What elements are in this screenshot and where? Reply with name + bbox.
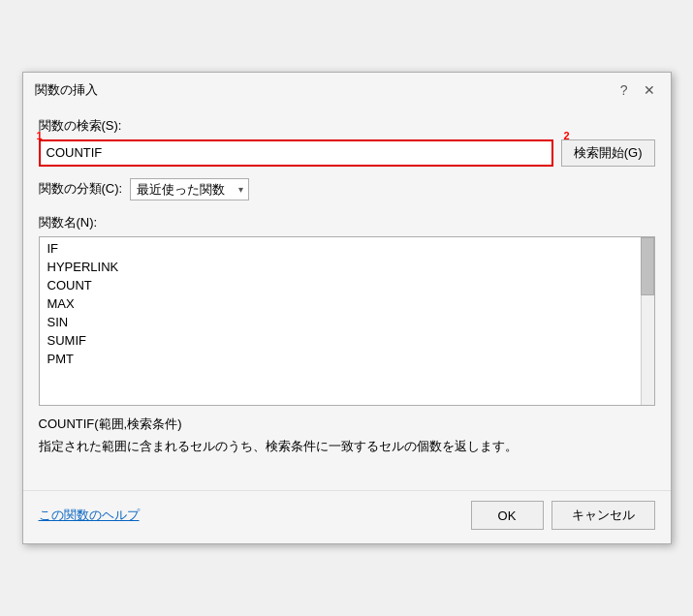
list-item[interactable]: MAX	[40, 294, 654, 313]
function-name-label: 関数名(N):	[39, 214, 655, 231]
dialog-body: 関数の検索(S): 1 2 検索開始(G) 関数の分類(C): 最近使った関数 …	[23, 106, 671, 491]
dialog-title: 関数の挿入	[35, 81, 98, 99]
badge-2: 2	[563, 130, 569, 141]
title-bar: 関数の挿入 ? ✕	[23, 73, 671, 106]
category-select[interactable]: 最近使った関数 すべて表示 財務 日付/時刻 数学/三角 統計 検索/行列 デー…	[130, 178, 249, 200]
list-item[interactable]: COUNT	[40, 276, 654, 294]
function-list: IF HYPERLINK COUNT MAX SIN SUMIF PMT	[40, 237, 654, 370]
badge-1: 1	[37, 130, 43, 141]
footer-buttons: OK キャンセル	[471, 501, 655, 530]
cancel-button[interactable]: キャンセル	[551, 501, 655, 530]
title-bar-buttons: ? ✕	[616, 80, 659, 100]
search-input[interactable]	[39, 139, 553, 167]
search-label: 関数の検索(S):	[39, 117, 655, 135]
help-title-icon[interactable]: ?	[616, 80, 632, 100]
search-button[interactable]: 検索開始(G)	[561, 139, 655, 167]
scrollbar[interactable]	[641, 237, 654, 405]
category-label: 関数の分類(C):	[39, 180, 123, 198]
category-row: 関数の分類(C): 最近使った関数 すべて表示 財務 日付/時刻 数学/三角 統…	[39, 178, 655, 200]
function-description: 指定された範囲に含まれるセルのうち、検索条件に一致するセルの個数を返します。	[39, 437, 655, 456]
list-item[interactable]: IF	[40, 239, 654, 258]
function-signature: COUNTIF(範囲,検索条件)	[39, 416, 655, 433]
insert-function-dialog: 関数の挿入 ? ✕ 関数の検索(S): 1 2 検索開始(G) 関数の分類(C)…	[22, 72, 672, 545]
list-item[interactable]: SUMIF	[40, 331, 654, 350]
list-item[interactable]: HYPERLINK	[40, 258, 654, 276]
search-row: 1 2 検索開始(G)	[39, 139, 655, 167]
help-link[interactable]: この関数のヘルプ	[39, 507, 140, 524]
list-item[interactable]: PMT	[40, 350, 654, 368]
dialog-footer: この関数のヘルプ OK キャンセル	[23, 490, 671, 543]
function-list-container[interactable]: IF HYPERLINK COUNT MAX SIN SUMIF PMT	[39, 236, 655, 406]
list-item[interactable]: SIN	[40, 313, 654, 331]
ok-button[interactable]: OK	[471, 501, 544, 530]
category-select-wrapper: 最近使った関数 すべて表示 財務 日付/時刻 数学/三角 統計 検索/行列 デー…	[130, 178, 249, 200]
close-title-icon[interactable]: ✕	[640, 80, 659, 100]
scrollbar-thumb[interactable]	[641, 237, 654, 295]
